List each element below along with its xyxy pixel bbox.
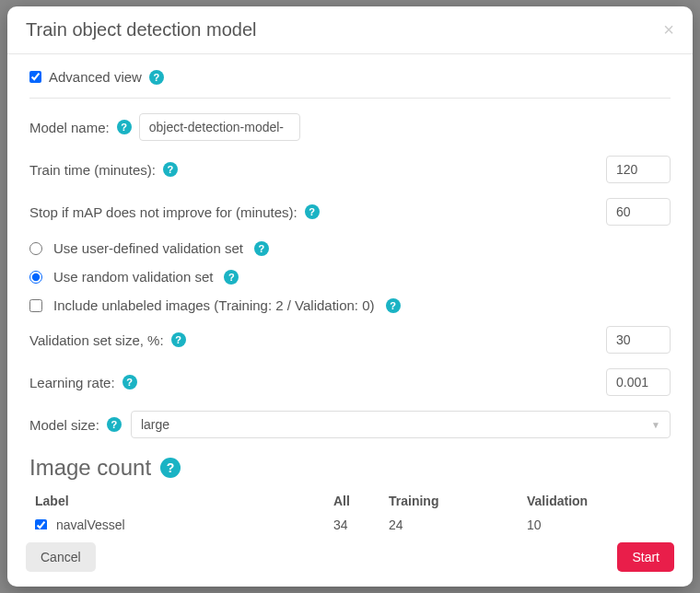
image-count-title: Image count ? (29, 455, 671, 481)
label-row-training: 24 (389, 517, 527, 529)
include-unlabeled-label: Include unlabeled images (Training: 2 / … (53, 297, 375, 313)
label-row-name: navalVessel (56, 517, 125, 529)
model-size-value: large (141, 417, 169, 432)
advanced-view-label: Advanced view (49, 69, 142, 85)
help-icon[interactable]: ? (171, 332, 186, 347)
include-unlabeled-checkbox[interactable] (29, 299, 42, 312)
validation-random-radio[interactable] (29, 271, 42, 284)
modal-body: Advanced view ? Model name: ? Train time… (7, 54, 693, 529)
model-size-row: Model size: ? large ▼ (29, 411, 671, 438)
valid-size-label: Validation set size, %: (29, 332, 164, 348)
help-icon[interactable]: ? (122, 375, 137, 390)
stop-map-input[interactable] (606, 198, 671, 226)
model-name-label: Model name: (29, 120, 110, 135)
model-name-input[interactable] (139, 113, 300, 141)
valid-size-input[interactable] (606, 326, 671, 354)
include-unlabeled-row: Include unlabeled images (Training: 2 / … (29, 297, 671, 313)
help-icon[interactable]: ? (386, 298, 401, 313)
image-count-title-text: Image count (29, 455, 151, 481)
close-icon: × (663, 19, 674, 40)
help-icon[interactable]: ? (305, 204, 320, 219)
model-size-label: Model size: (29, 417, 99, 433)
modal-title: Train object detection model (26, 19, 257, 41)
validation-random-label: Use random validation set (53, 269, 213, 285)
table-row: navalVessel 34 24 10 (29, 512, 671, 529)
help-icon[interactable]: ? (107, 417, 122, 432)
chevron-down-icon: ▼ (651, 420, 660, 430)
modal-header: Train object detection model × (7, 6, 693, 54)
col-training-header: Training (389, 494, 527, 508)
advanced-view-checkbox[interactable] (29, 71, 41, 83)
col-validation-header: Validation (527, 494, 671, 508)
model-size-select[interactable]: large ▼ (131, 411, 671, 438)
validation-userdef-radio[interactable] (29, 242, 42, 255)
learning-rate-label: Learning rate: (29, 375, 115, 390)
help-icon[interactable]: ? (149, 70, 164, 85)
modal-footer: Cancel Start (7, 529, 693, 587)
validation-userdef-row: Use user-defined validation set ? (29, 240, 671, 256)
train-time-row: Train time (minutes): ? (29, 156, 671, 183)
close-button[interactable]: × (663, 19, 674, 41)
validation-userdef-label: Use user-defined validation set (53, 240, 243, 256)
train-time-label: Train time (minutes): (29, 162, 156, 178)
help-icon[interactable]: ? (224, 270, 239, 285)
model-name-row: Model name: ? (29, 113, 671, 141)
col-all-header: All (333, 494, 389, 508)
cancel-button[interactable]: Cancel (26, 542, 96, 572)
train-time-input[interactable] (606, 156, 671, 183)
col-label-header: Label (29, 494, 333, 508)
help-icon[interactable]: ? (254, 241, 269, 256)
train-model-dialog: Train object detection model × Advanced … (7, 6, 693, 587)
stop-map-row: Stop if mAP does not improve for (minute… (29, 198, 671, 226)
validation-random-row: Use random validation set ? (29, 269, 671, 285)
start-button[interactable]: Start (617, 542, 674, 572)
help-icon[interactable]: ? (117, 120, 132, 134)
help-icon[interactable]: ? (163, 162, 178, 177)
label-row-validation: 10 (527, 517, 671, 529)
learning-rate-row: Learning rate: ? (29, 368, 671, 396)
stop-map-label: Stop if mAP does not improve for (minute… (29, 204, 298, 220)
advanced-view-row: Advanced view ? (29, 69, 671, 99)
help-icon[interactable]: ? (160, 458, 181, 478)
learning-rate-input[interactable] (606, 368, 671, 396)
table-header: Label All Training Validation (29, 490, 671, 512)
valid-size-row: Validation set size, %: ? (29, 326, 671, 354)
label-row-all: 34 (333, 517, 389, 529)
label-table: Label All Training Validation navalVesse… (29, 490, 671, 529)
label-row-checkbox[interactable] (35, 519, 47, 530)
